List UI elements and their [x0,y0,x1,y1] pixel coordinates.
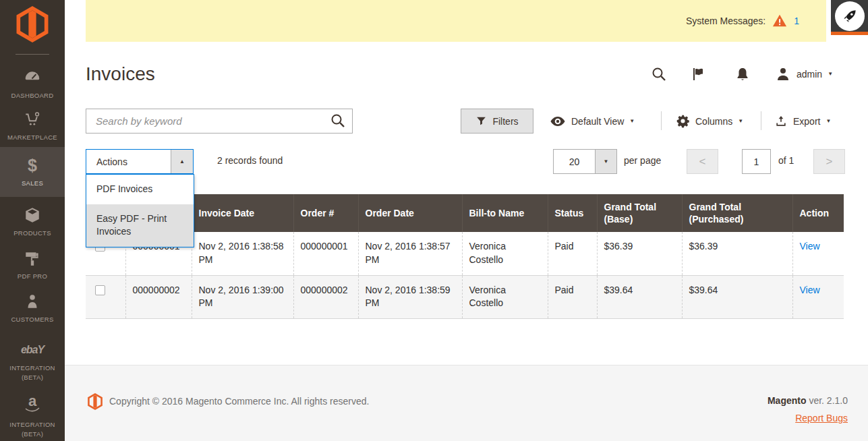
cell-invoice-date: Nov 2, 2016 1:38:58 PM [192,232,293,275]
cell-bill-to-name: Veronica Costello [462,232,548,275]
sidebar-item-label: MARKETPLACE [0,133,65,142]
chevron-left-icon: < [699,155,706,169]
page-title: Invoices [86,63,155,85]
header-bill-to-name[interactable]: Bill-to Name [462,194,548,232]
cell-status: Paid [548,232,597,275]
header-order-date[interactable]: Order Date [358,194,462,232]
chevron-down-icon: ▼ [604,159,609,165]
menu-item-easy-pdf-print-invoices[interactable]: Easy PDF - Print Invoices [86,204,194,247]
chevron-down-icon: ▼ [826,119,831,124]
search-icon[interactable] [330,113,346,129]
cell-order-number: 000000001 [293,232,358,275]
sidebar-item-customers[interactable]: CUSTOMERS [0,286,65,324]
report-bugs-link[interactable]: Report Bugs [795,413,848,423]
sidebar-item-sales[interactable]: $ SALES [0,147,65,197]
chevron-up-icon: ▲ [179,159,185,165]
default-view-label: Default View [571,116,624,127]
default-view-dropdown[interactable]: Default View ▼ [550,109,635,134]
toolbar-divider [661,111,662,130]
export-dropdown[interactable]: Export ▼ [774,109,831,134]
brand-name: Magento [768,395,807,406]
rocket-orange-strip [831,32,868,35]
per-page-select[interactable]: 20 ▼ [553,149,617,174]
header-action: Action [792,194,844,232]
chevron-down-icon: ▼ [629,119,635,124]
cell-bill-to-name: Veronica Costello [462,275,548,318]
per-page-label: per page [624,155,661,166]
cell-order-date: Nov 2, 2016 1:38:59 PM [358,275,462,318]
actions-button-label[interactable]: Actions [86,150,171,173]
cell-order-number: 000000002 [293,275,358,318]
sidebar-divider [16,54,49,55]
invoices-table: Invoice Date Order # Order Date Bill-to … [86,194,844,319]
chevron-down-icon: ▼ [828,71,833,77]
system-messages-label: System Messages: [686,16,765,26]
paint-roller-icon [0,249,65,268]
sidebar-item-pdf-pro[interactable]: PDF PRO [0,243,65,281]
table-row: 000000002 Nov 2, 2016 1:39:00 PM 0000000… [86,275,844,318]
rocket-extension-button[interactable] [831,0,868,35]
header-invoice-date[interactable]: Invoice Date [192,194,293,232]
sidebar-item-label: INTEGRATION (BETA) [0,420,65,439]
actions-caret-button[interactable]: ▲ [171,150,193,173]
admin-user-menu[interactable]: admin ▼ [775,66,833,82]
global-search-icon[interactable] [651,66,667,82]
header-order-number[interactable]: Order # [293,194,358,232]
sidebar-item-dashboard[interactable]: DASHBOARD [0,62,65,100]
columns-label: Columns [695,116,732,127]
system-messages-bar: System Messages: 1 [86,0,826,42]
sidebar-item-label: DASHBOARD [0,91,65,100]
keyword-search [86,109,353,134]
cell-status: Paid [548,275,597,318]
chevron-down-icon: ▼ [738,119,743,124]
cell-grand-total-purchased: $39.64 [682,275,792,318]
row-checkbox[interactable] [95,285,105,295]
flag-icon[interactable] [691,66,707,82]
total-pages-label: of 1 [778,155,794,166]
warning-triangle-icon [772,13,787,28]
copyright-text: Copyright © 2016 Magento Commerce Inc. A… [109,396,369,407]
chevron-right-icon: > [826,155,833,169]
sidebar-item-marketplace[interactable]: MARKETPLACE [0,104,65,142]
amazon-logo-icon: a [0,395,65,417]
records-found-text: 2 records found [217,155,283,166]
admin-username: admin [797,69,822,80]
sidebar-item-products[interactable]: PRODUCTS [0,200,65,238]
view-link[interactable]: View [800,241,820,252]
customers-icon [0,293,65,312]
columns-dropdown[interactable]: Columns ▼ [676,109,743,134]
magento-logo-icon[interactable] [16,6,49,42]
filters-button[interactable]: Filters [461,109,533,134]
table-row: 000000001 Nov 2, 2016 1:38:58 PM 0000000… [86,232,844,275]
system-messages-count-link[interactable]: 1 [794,16,799,26]
magento-admin-invoices-page: DASHBOARD MARKETPLACE $ SALES [0,0,868,441]
header-grand-total-base[interactable]: Grand Total (Base) [597,194,682,232]
menu-item-pdf-invoices[interactable]: PDF Invoices [86,175,194,204]
cell-invoice-date: Nov 2, 2016 1:39:00 PM [192,275,293,318]
previous-page-button[interactable]: < [687,149,718,174]
next-page-button[interactable]: > [813,149,845,174]
sidebar-item-ebay-integration[interactable]: ebaY INTEGRATION (BETA) [0,334,65,382]
products-icon [0,206,65,225]
cell-invoice-number: 000000002 [125,275,192,318]
sidebar-item-label: PDF PRO [0,272,65,281]
sidebar-item-label: SALES [0,179,65,188]
sidebar-item-label: CUSTOMERS [0,315,65,324]
version-number: ver. 2.1.0 [807,395,848,406]
ebay-logo-icon: ebaY [0,341,65,360]
header-grand-total-purchased[interactable]: Grand Total (Purchased) [682,194,792,232]
page-number-input[interactable] [742,149,771,174]
actions-split-button[interactable]: Actions ▲ [86,149,194,174]
sidebar-item-label: INTEGRATION (BETA) [0,363,65,382]
view-link[interactable]: View [800,285,820,295]
gear-icon [676,114,690,128]
notifications-bell-icon[interactable] [734,66,751,82]
header-status[interactable]: Status [548,194,597,232]
toolbar-divider [761,111,761,130]
sidebar-item-amazon-integration[interactable]: a INTEGRATION (BETA) [0,388,65,439]
per-page-caret-button[interactable]: ▼ [595,150,616,173]
eye-icon [550,113,566,129]
filters-label: Filters [492,116,518,127]
dashboard-icon [0,69,65,88]
search-input[interactable] [86,109,353,134]
